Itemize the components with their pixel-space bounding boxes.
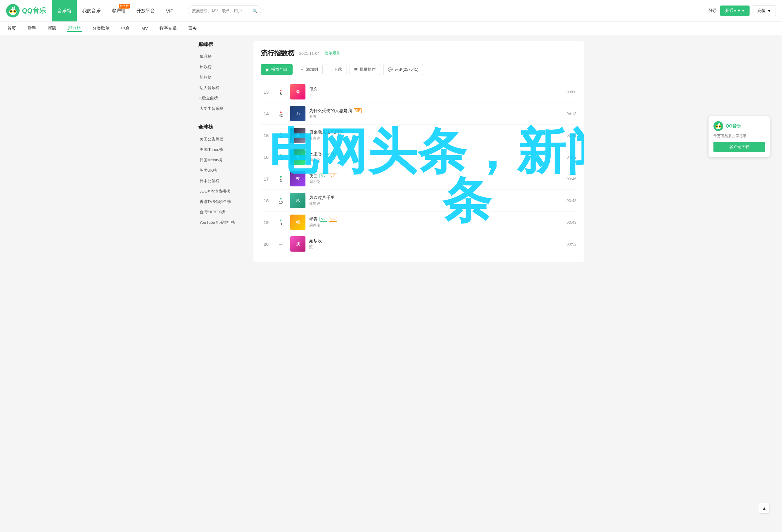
- vip-arrow-icon: ▼: [742, 9, 745, 12]
- main-container: 巅峰榜 飙升榜 热歌榜 新歌榜 达人音乐榜 K歌金曲榜 大学生音乐榜 全球榜 美…: [192, 41, 590, 262]
- search-input[interactable]: [188, 8, 249, 13]
- download-icon: ↓: [330, 67, 332, 72]
- sub-nav: 首页 歌手 新碟 排行榜 分类歌单 电台 MV 数字专辑 票务: [0, 22, 782, 35]
- song-artist: 周杰伦: [309, 223, 555, 228]
- song-title: 每次: [309, 86, 318, 92]
- header-top: QQ音乐 音乐馆 我的音乐 客户端 抢先权 开放平台 VIP 🔍: [0, 0, 782, 22]
- vip-tag: VIP: [329, 174, 337, 178]
- sidebar-item-japan[interactable]: 日本公信榜: [198, 176, 247, 186]
- nav-item-music-hall[interactable]: 音乐馆: [52, 0, 77, 22]
- sidebar-item-melon[interactable]: 韩国Melon榜: [198, 155, 247, 165]
- song-number: 14: [261, 111, 272, 116]
- sidebar-item-kgold[interactable]: K歌金曲榜: [198, 93, 247, 103]
- sidebar-item-rise[interactable]: 飙升榜: [198, 51, 247, 62]
- table-row: 20 — 须 须尽欢 渡 03:52: [261, 233, 577, 255]
- sub-nav-home[interactable]: 首页: [6, 26, 17, 31]
- song-title: 七里香: [309, 151, 322, 157]
- table-row: 15 ▼ 9 原 原来我从未忘记你 杜宣达 03:41: [261, 125, 577, 146]
- sidebar-item-hot[interactable]: 热歌榜: [198, 62, 247, 72]
- song-info: 七里香 MV VIP 周杰伦: [309, 151, 555, 163]
- song-title: 原来我从未忘记你: [309, 130, 344, 135]
- sidebar-item-billboard[interactable]: 美国公告牌榜: [198, 134, 247, 144]
- promo-desc-text: 千万高品质曲库尽享: [713, 134, 765, 139]
- song-title: 须尽欢: [309, 239, 322, 244]
- table-row: 16 ▼ 3 七 七里香 MV VIP 周杰伦 04:59: [261, 146, 577, 168]
- batch-icon: ☰: [354, 67, 358, 72]
- sub-nav-new-disc[interactable]: 新碟: [46, 26, 58, 31]
- song-cover: 每: [290, 84, 306, 100]
- main-nav: 音乐馆 我的音乐 客户端 抢先权 开放平台 VIP: [52, 0, 179, 22]
- svg-rect-15: [719, 123, 720, 125]
- promo-brand-text: QQ音乐: [726, 123, 741, 129]
- sidebar: 巅峰榜 飙升榜 热歌榜 新歌榜 达人音乐榜 K歌金曲榜 大学生音乐榜 全球榜 美…: [198, 41, 247, 262]
- song-artist: 周杰伦: [309, 179, 555, 185]
- sidebar-section-peak: 巅峰榜 飙升榜 热歌榜 新歌榜 达人音乐榜 K歌金曲榜 大学生音乐榜: [198, 41, 247, 114]
- rank-change: ▼ 9: [276, 132, 286, 139]
- client-download-button[interactable]: 客户端下载: [713, 142, 765, 152]
- sidebar-item-university[interactable]: 大学生音乐榜: [198, 103, 247, 114]
- rank-change: ▲ 8: [276, 88, 286, 96]
- nav-item-vip[interactable]: VIP: [161, 0, 179, 22]
- sidebar-item-joox[interactable]: JOOX本地热播榜: [198, 186, 247, 197]
- rank-change: ▼ 3: [276, 153, 286, 161]
- song-info: 夜曲 MV VIP 周杰伦: [309, 173, 555, 185]
- add-icon: ＋: [300, 67, 304, 72]
- charge-arrow-icon: ▼: [767, 8, 771, 13]
- sidebar-item-uk[interactable]: 英国UK榜: [198, 165, 247, 176]
- song-title: 为什么受伤的人总是我: [309, 108, 352, 113]
- sub-nav-chart[interactable]: 排行榜: [67, 25, 82, 32]
- nav-item-my-music[interactable]: 我的音乐: [77, 0, 106, 22]
- song-cover: 风: [290, 193, 306, 208]
- table-row: 19 ▼ 3 稻 稻香 MV VIP 周杰伦 03:43: [261, 212, 577, 233]
- sub-nav-radio[interactable]: 电台: [120, 26, 131, 31]
- sub-nav-tickets[interactable]: 票务: [187, 26, 198, 31]
- chart-rule-link[interactable]: 榜单规则: [324, 50, 340, 56]
- sidebar-item-talent[interactable]: 达人音乐榜: [198, 83, 247, 93]
- comment-icon: 💬: [388, 67, 393, 72]
- search-area: 🔍: [188, 5, 261, 16]
- promo-card-header: QQ音乐: [713, 121, 765, 131]
- nav-item-client[interactable]: 客户端 抢先权: [106, 0, 131, 22]
- auth-area: 登录 开通VIP ▼ 充值 ▼: [709, 5, 776, 16]
- play-all-button[interactable]: ▶ 播放全部: [261, 64, 293, 75]
- sidebar-item-kkbox[interactable]: 台湾KKBOX榜: [198, 207, 247, 217]
- svg-rect-7: [14, 6, 15, 9]
- sub-nav-playlist[interactable]: 分类歌单: [91, 26, 111, 31]
- song-info: 每次 木: [309, 86, 555, 98]
- add-to-button[interactable]: ＋ 添加到: [296, 64, 323, 75]
- comment-button[interactable]: 💬 评论(257541): [383, 64, 423, 75]
- download-button[interactable]: ↓ 下载: [326, 64, 347, 75]
- song-number: 18: [261, 198, 272, 203]
- sub-nav-digital-album[interactable]: 数字专辑: [158, 26, 178, 31]
- sidebar-item-itunes[interactable]: 美国iTunes榜: [198, 144, 247, 155]
- sidebar-item-new-song[interactable]: 新歌榜: [198, 72, 247, 83]
- search-button[interactable]: 🔍: [249, 8, 261, 13]
- chart-date: 2021-11-04: [299, 51, 320, 56]
- song-duration: 03:43: [558, 220, 577, 225]
- batch-button[interactable]: ☰ 批量操作: [350, 64, 380, 75]
- song-number: 13: [261, 90, 272, 95]
- table-row: 13 ▲ 8 每 每次 木 03:00: [261, 81, 577, 103]
- mv-tag: MV: [320, 217, 327, 222]
- svg-point-4: [10, 10, 12, 12]
- song-duration: 03:00: [558, 90, 577, 94]
- song-info: 稻香 MV VIP 周杰伦: [309, 217, 555, 228]
- sub-nav-mv[interactable]: MV: [140, 26, 149, 31]
- sidebar-item-youtube[interactable]: YouTube音乐排行榜: [198, 217, 247, 228]
- song-info: 风吹过八千里 苏星婕: [309, 195, 555, 206]
- song-info: 须尽欢 渡: [309, 239, 555, 250]
- nav-item-open-platform[interactable]: 开放平台: [131, 0, 161, 22]
- rank-change: ▼ 3: [276, 175, 286, 182]
- charge-button[interactable]: 充值 ▼: [753, 5, 776, 16]
- song-info: 为什么受伤的人总是我 VIP 龙野: [309, 108, 555, 119]
- svg-rect-14: [718, 123, 719, 126]
- table-row: 14 ▲ 42 为 为什么受伤的人总是我 VIP 龙野 04:13: [261, 103, 577, 125]
- song-duration: 04:13: [558, 111, 577, 116]
- sub-nav-artist[interactable]: 歌手: [26, 26, 37, 31]
- song-list: 13 ▲ 8 每 每次 木 03:00 14 ▲: [261, 81, 577, 255]
- login-button[interactable]: 登录: [709, 8, 717, 13]
- sidebar-item-tvb[interactable]: 香港TVB劲歌金榜: [198, 197, 247, 207]
- song-cover: 原: [290, 128, 306, 143]
- song-artist: 龙野: [309, 114, 555, 119]
- vip-button[interactable]: 开通VIP ▼: [720, 5, 750, 16]
